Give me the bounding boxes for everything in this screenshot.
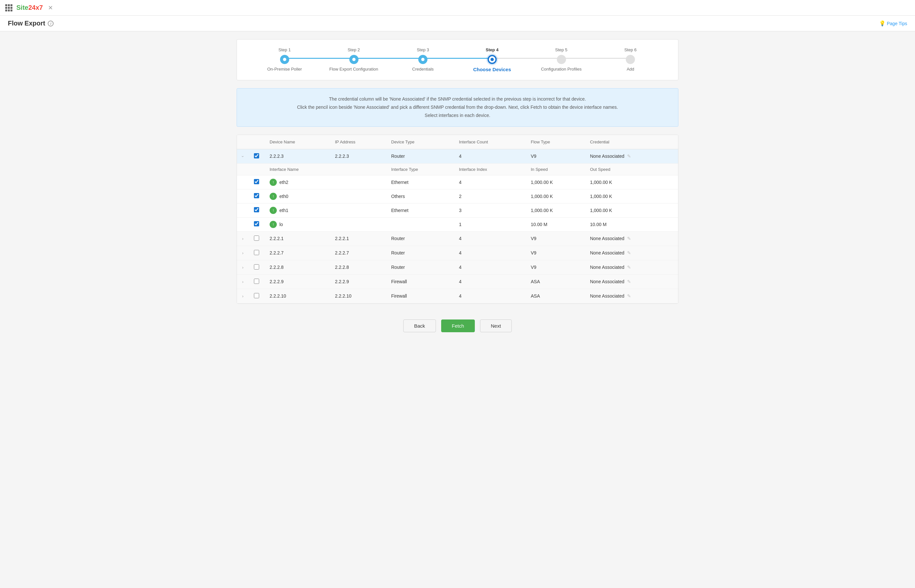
cell-ip-address: 2.2.2.3	[330, 149, 386, 163]
cell-device-name: 2.2.2.10	[264, 289, 330, 303]
edit-credential-icon[interactable]: ✎	[627, 279, 631, 284]
stepper-track: Step 1 On-Premise Poller Step 2 Flow Exp…	[250, 47, 665, 72]
table-row: › 2.2.2.8 2.2.2.8 Router 4 V9 None Assoc…	[237, 260, 678, 275]
next-button[interactable]: Next	[480, 320, 512, 332]
check-cell[interactable]	[249, 149, 264, 163]
info-line-2: Click the pencil icon beside 'None Assoc…	[247, 103, 668, 111]
cell-flow-type: V9	[525, 149, 585, 163]
row-checkbox[interactable]	[254, 279, 259, 284]
iface-index: 1	[454, 217, 525, 231]
page-title: Flow Export i	[8, 19, 53, 27]
th-interface-count: Interface Count	[454, 135, 525, 149]
table-row: › 2.2.2.3 2.2.2.3 Router 4 V9 None Assoc…	[237, 149, 678, 163]
site-logo: Site24x7	[16, 4, 43, 11]
cell-ip-address: 2.2.2.8	[330, 260, 386, 275]
page-tips-link[interactable]: 💡 Page Tips	[879, 20, 907, 26]
check-cell[interactable]	[249, 289, 264, 303]
th-flow-type: Flow Type	[525, 135, 585, 149]
check-cell[interactable]	[249, 231, 264, 246]
stepper: Step 1 On-Premise Poller Step 2 Flow Exp…	[237, 39, 678, 80]
chevron-down-icon[interactable]: ›	[241, 156, 245, 157]
cell-ip-address: 2.2.2.9	[330, 275, 386, 289]
check-cell[interactable]	[249, 275, 264, 289]
step-1-circle	[280, 55, 289, 64]
iface-type: Others	[386, 189, 454, 203]
step-6-name: Add	[627, 67, 634, 71]
step-2-name: Flow Export Configuration	[330, 67, 378, 71]
iface-check-cell[interactable]	[249, 203, 264, 217]
apps-icon[interactable]	[5, 4, 13, 11]
cell-device-name: 2.2.2.1	[264, 231, 330, 246]
edit-credential-icon[interactable]: ✎	[627, 265, 631, 270]
chevron-right-icon[interactable]: ›	[242, 294, 244, 299]
cell-device-type: Router	[386, 246, 454, 260]
title-text: Flow Export	[8, 19, 45, 27]
check-cell[interactable]	[249, 246, 264, 260]
row-checkbox[interactable]	[254, 250, 259, 255]
chevron-right-icon[interactable]: ›	[242, 265, 244, 270]
interface-checkbox[interactable]	[254, 193, 259, 198]
interface-checkbox[interactable]	[254, 179, 259, 184]
step-5-circle	[557, 55, 566, 64]
expand-cell[interactable]: ›	[237, 149, 249, 163]
iface-index: 2	[454, 189, 525, 203]
cell-flow-type: V9	[525, 231, 585, 246]
iface-check-cell[interactable]	[249, 189, 264, 203]
chevron-right-icon[interactable]: ›	[242, 279, 244, 284]
info-line-1: The credential column will be 'None Asso…	[247, 95, 668, 103]
action-buttons: Back Fetch Next	[237, 312, 678, 340]
interface-row: ↑ lo 1 10.00 M 10.00 M	[237, 217, 678, 231]
edit-credential-icon[interactable]: ✎	[627, 250, 631, 255]
close-button[interactable]: ✕	[48, 4, 53, 11]
th-ip-address: IP Address	[330, 135, 386, 149]
expand-cell[interactable]: ›	[237, 231, 249, 246]
iface-in-speed: 1,000.00 K	[525, 203, 585, 217]
edit-credential-icon[interactable]: ✎	[627, 236, 631, 241]
interface-checkbox[interactable]	[254, 221, 259, 226]
th-expand	[237, 135, 249, 149]
cell-device-type: Firewall	[386, 289, 454, 303]
chevron-right-icon[interactable]: ›	[242, 251, 244, 255]
step-5-label: Step 5	[555, 47, 567, 52]
interface-header-row: Interface Name Interface Type Interface …	[237, 163, 678, 175]
iface-check-cell[interactable]	[249, 217, 264, 231]
expand-cell[interactable]: ›	[237, 289, 249, 303]
row-checkbox[interactable]	[254, 293, 259, 298]
iface-check-cell[interactable]	[249, 175, 264, 189]
cell-device-name: 2.2.2.8	[264, 260, 330, 275]
row-checkbox[interactable]	[254, 236, 259, 241]
iface-in-speed: 1,000.00 K	[525, 175, 585, 189]
cell-ip-address: 2.2.2.10	[330, 289, 386, 303]
expand-cell[interactable]: ›	[237, 260, 249, 275]
cell-ip-address: 2.2.2.1	[330, 231, 386, 246]
cell-interface-count: 4	[454, 231, 525, 246]
expand-cell[interactable]: ›	[237, 275, 249, 289]
chevron-right-icon[interactable]: ›	[242, 236, 244, 241]
iface-index: 4	[454, 175, 525, 189]
row-checkbox[interactable]	[254, 264, 259, 270]
th-device-name: Device Name	[264, 135, 330, 149]
fetch-button[interactable]: Fetch	[441, 320, 475, 332]
th-check	[249, 135, 264, 149]
edit-credential-icon[interactable]: ✎	[627, 153, 631, 159]
interface-checkbox[interactable]	[254, 207, 259, 212]
table-row: › 2.2.2.9 2.2.2.9 Firewall 4 ASA None As…	[237, 275, 678, 289]
edit-credential-icon[interactable]: ✎	[627, 293, 631, 299]
cell-device-name: 2.2.2.7	[264, 246, 330, 260]
back-button[interactable]: Back	[403, 320, 436, 332]
info-icon[interactable]: i	[48, 21, 53, 26]
devices-table: Device Name IP Address Device Type Inter…	[237, 135, 678, 304]
check-cell[interactable]	[249, 260, 264, 275]
cell-device-name: 2.2.2.9	[264, 275, 330, 289]
step-2-label: Step 2	[348, 47, 360, 52]
step-2: Step 2 Flow Export Configuration	[319, 47, 388, 71]
iface-name: eth2	[280, 180, 288, 185]
iface-index: 3	[454, 203, 525, 217]
page-header: Flow Export i 💡 Page Tips	[0, 16, 915, 31]
table-row: › 2.2.2.10 2.2.2.10 Firewall 4 ASA None …	[237, 289, 678, 303]
row-checkbox[interactable]	[254, 153, 259, 158]
cell-device-name: 2.2.2.3	[264, 149, 330, 163]
cell-credential: None Associated ✎	[585, 289, 678, 303]
ih-interface-name: Interface Name	[264, 163, 386, 175]
expand-cell[interactable]: ›	[237, 246, 249, 260]
